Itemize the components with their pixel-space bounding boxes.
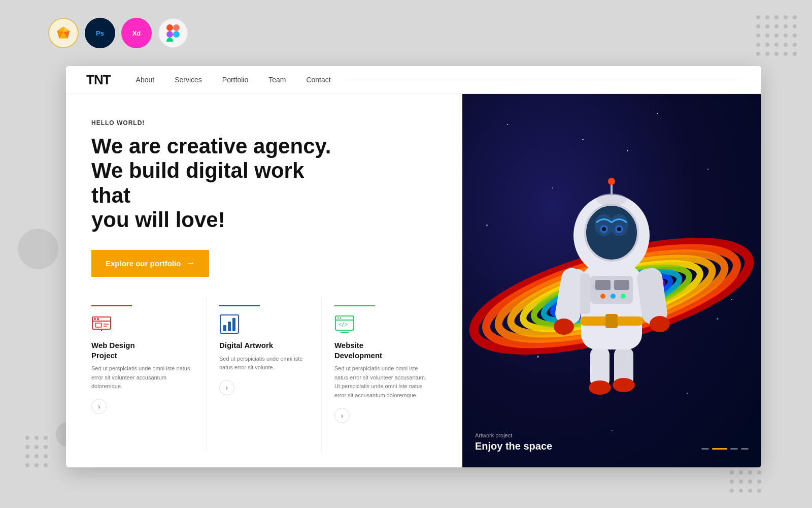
cta-button[interactable]: Explore our portfolio → (91, 250, 209, 277)
svg-rect-7 (166, 31, 173, 38)
service-desc-web-design: Sed ut perspiciatis unde omni iste natus… (91, 364, 193, 391)
svg-point-53 (650, 316, 670, 332)
dot-grid-top-right (756, 15, 797, 56)
svg-rect-20 (223, 325, 226, 331)
main-content: HELLO WORLD! We are creative agency. We … (66, 94, 761, 467)
service-card-web-design: Web DesignProject Sed ut perspiciatis un… (91, 297, 207, 452)
tool-icons-bar: Ps Xd (48, 18, 188, 48)
figma-icon[interactable] (158, 18, 188, 48)
service-title-web-design: Web DesignProject (91, 340, 193, 360)
svg-rect-45 (595, 280, 611, 290)
svg-point-51 (554, 319, 574, 335)
service-line-red (91, 305, 132, 306)
cta-label: Explore our portfolio (106, 259, 181, 268)
service-title-website-dev: WebsiteDevelopment (334, 340, 427, 360)
nav-links: About Services Portfolio Team Contact (136, 76, 331, 84)
hero-headline-line3: you will love! (91, 208, 225, 232)
svg-rect-22 (232, 318, 235, 331)
nav-search-line (346, 80, 741, 80)
slide-dot-3[interactable] (730, 448, 738, 450)
service-card-digital-artwork: Digital Artwork Sed ut perspiciatis unde… (207, 297, 322, 452)
svg-rect-46 (614, 280, 629, 290)
nav-link-portfolio[interactable]: Portfolio (222, 76, 248, 84)
svg-point-41 (589, 380, 611, 395)
artwork-caption: Artwork project Enjoy the space (475, 432, 552, 452)
hello-label: HELLO WORLD! (91, 119, 437, 126)
navbar: TNT About Services Portfolio Team Contac… (66, 66, 761, 94)
slide-dot-2-active[interactable] (712, 448, 727, 450)
nav-link-team[interactable]: Team (268, 76, 286, 84)
cta-arrow: → (186, 258, 195, 269)
slide-dots (701, 448, 749, 450)
service-desc-digital-artwork: Sed ut perspiciatis unde omni iste natus… (219, 355, 309, 372)
illustration-container (462, 94, 761, 467)
dot-grid-bottom-left (25, 436, 48, 467)
service-line-green (334, 305, 375, 306)
hero-headline-line2: We build digital work that (91, 158, 304, 207)
service-card-website-dev: </> WebsiteDevelopment Sed ut perspiciat… (322, 297, 437, 452)
svg-rect-69 (580, 273, 590, 314)
browser-window: TNT About Services Portfolio Team Contac… (66, 66, 761, 467)
svg-rect-68 (605, 314, 618, 328)
artwork-category-label: Artwork project (475, 432, 552, 438)
svg-point-9 (173, 31, 180, 38)
service-title-digital-artwork: Digital Artwork (219, 340, 309, 351)
service-more-btn-web-design[interactable]: › (91, 399, 107, 414)
digital-artwork-icon (219, 314, 240, 334)
nav-link-services[interactable]: Services (175, 76, 202, 84)
svg-point-62 (617, 227, 621, 231)
service-more-btn-website-dev[interactable]: › (334, 408, 350, 423)
svg-text:</>: </> (339, 322, 348, 327)
right-panel: Artwork project Enjoy the space (462, 94, 761, 467)
svg-rect-21 (228, 322, 231, 331)
slide-dot-1[interactable] (701, 448, 709, 450)
svg-rect-8 (166, 38, 173, 42)
svg-point-47 (600, 294, 605, 299)
nav-link-about[interactable]: About (136, 76, 155, 84)
svg-point-42 (613, 378, 635, 392)
svg-point-49 (621, 294, 626, 299)
svg-point-48 (611, 294, 616, 299)
services-grid: Web DesignProject Sed ut perspiciatis un… (91, 297, 437, 452)
service-more-btn-digital-artwork[interactable]: › (219, 380, 234, 395)
photoshop-icon[interactable]: Ps (85, 18, 115, 48)
svg-point-13 (97, 318, 99, 320)
xd-icon[interactable]: Xd (121, 18, 152, 48)
web-design-icon (91, 314, 112, 334)
service-desc-website-dev: Sed ut perspiciatis unde omni iste natus… (334, 364, 427, 400)
svg-point-61 (602, 227, 606, 231)
svg-point-26 (340, 318, 341, 319)
nav-link-contact[interactable]: Contact (306, 76, 330, 84)
hero-headline: We are creative agency. We build digital… (91, 134, 345, 232)
circle-decoration-left (18, 229, 58, 269)
artwork-title: Enjoy the space (475, 440, 552, 452)
left-panel: HELLO WORLD! We are creative agency. We … (66, 94, 462, 467)
service-line-blue (219, 305, 260, 306)
svg-rect-5 (166, 24, 173, 31)
astronaut-illustration (464, 123, 759, 438)
hero-headline-line1: We are creative agency. (91, 134, 331, 158)
svg-point-25 (337, 318, 339, 319)
sketch-icon[interactable] (48, 18, 79, 48)
svg-point-66 (608, 178, 615, 185)
svg-rect-6 (173, 24, 180, 31)
svg-point-12 (94, 318, 96, 320)
nav-logo: TNT (86, 72, 111, 88)
svg-rect-16 (95, 323, 101, 327)
website-dev-icon: </> (334, 314, 355, 334)
slide-dot-4[interactable] (741, 448, 749, 450)
